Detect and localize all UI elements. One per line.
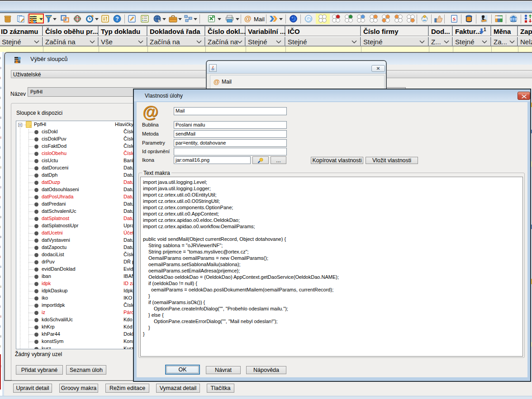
svg-text:S: S [453,16,456,22]
svg-text:1: 1 [484,28,486,32]
svg-text:?: ? [115,16,119,22]
